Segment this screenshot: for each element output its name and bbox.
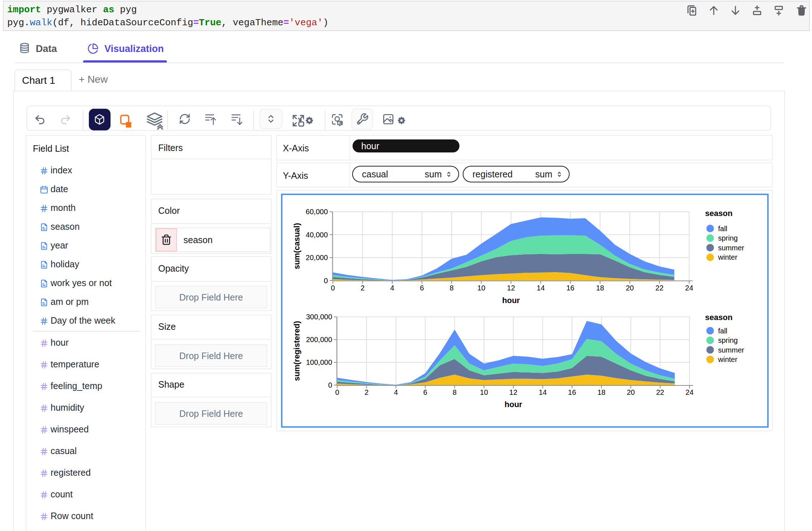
svg-text:sum(registered): sum(registered)	[292, 321, 301, 381]
svg-text:winter: winter	[718, 253, 738, 261]
svg-text:14: 14	[539, 388, 547, 396]
svg-text:0: 0	[331, 284, 335, 292]
svg-text:18: 18	[597, 388, 605, 396]
svg-text:10: 10	[477, 284, 485, 292]
svg-text:spring: spring	[718, 234, 738, 242]
svg-text:20: 20	[626, 284, 634, 292]
svg-text:6: 6	[420, 284, 424, 292]
svg-text:spring: spring	[718, 336, 738, 344]
svg-text:hour: hour	[502, 296, 520, 305]
svg-text:18: 18	[596, 284, 604, 292]
svg-text:16: 16	[568, 388, 576, 396]
svg-text:16: 16	[566, 284, 574, 292]
svg-text:12: 12	[509, 388, 517, 396]
svg-text:0: 0	[324, 277, 328, 285]
svg-text:0: 0	[328, 381, 332, 389]
svg-text:2: 2	[360, 284, 364, 292]
svg-text:4: 4	[390, 284, 394, 292]
svg-text:season: season	[705, 209, 733, 218]
svg-text:100,000: 100,000	[306, 358, 332, 366]
svg-text:0: 0	[335, 388, 339, 396]
svg-text:10: 10	[480, 388, 488, 396]
svg-text:300,000: 300,000	[306, 313, 332, 321]
svg-text:summer: summer	[718, 244, 744, 252]
svg-text:6: 6	[423, 388, 427, 396]
svg-text:8: 8	[453, 388, 457, 396]
svg-text:20: 20	[627, 388, 635, 396]
svg-text:24: 24	[685, 284, 693, 292]
svg-text:winter: winter	[718, 355, 738, 363]
svg-text:20,000: 20,000	[306, 254, 328, 262]
svg-text:24: 24	[686, 388, 694, 396]
svg-text:60,000: 60,000	[306, 208, 328, 216]
svg-text:fall: fall	[718, 327, 727, 335]
svg-text:fall: fall	[718, 225, 727, 233]
svg-text:summer: summer	[718, 346, 744, 354]
svg-text:22: 22	[656, 388, 664, 396]
svg-text:hour: hour	[505, 400, 522, 409]
svg-text:2: 2	[364, 388, 368, 396]
svg-text:4: 4	[394, 388, 398, 396]
svg-text:200,000: 200,000	[306, 336, 332, 344]
svg-text:season: season	[705, 313, 733, 322]
svg-text:14: 14	[537, 284, 545, 292]
svg-text:12: 12	[507, 284, 515, 292]
svg-text:22: 22	[656, 284, 664, 292]
svg-text:40,000: 40,000	[306, 231, 328, 239]
svg-text:sum(casual): sum(casual)	[292, 223, 301, 269]
svg-text:8: 8	[450, 284, 454, 292]
